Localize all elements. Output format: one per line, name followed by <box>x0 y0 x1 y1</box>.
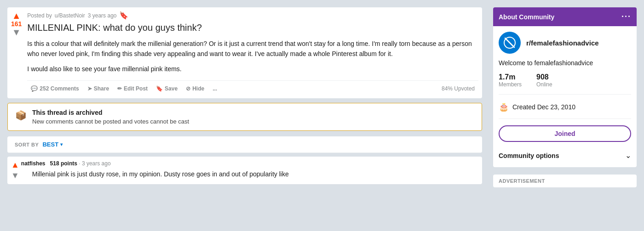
online-value: 908 <box>536 73 552 81</box>
archived-title: This thread is archived <box>32 109 189 116</box>
comment-header: natfishes 518 points · 3 years ago <box>21 160 478 167</box>
comments-button[interactable]: 💬 252 Comments <box>27 83 82 95</box>
post-title: MILLENIAL PINK: what do you guys think? <box>27 23 478 33</box>
posted-by-label: Posted by <box>27 12 52 19</box>
advertisement-label: ADVERTISEMENT <box>493 175 637 187</box>
members-stat: 1.7m Members <box>499 73 522 88</box>
comments-label: 252 Comments <box>40 85 79 92</box>
comments-icon: 💬 <box>31 85 38 92</box>
edit-post-button[interactable]: ✏ Edit Post <box>114 83 151 95</box>
community-description: Welcome to femalefashionadvice <box>499 59 631 67</box>
community-identity: r/femalefashionadvice <box>499 32 631 54</box>
vote-count: 161 <box>11 20 22 28</box>
post-card: ▲ 161 ▼ Posted by u/BastetNoir 3 years a… <box>7 7 482 98</box>
comment-vote-column: ▲ ▼ <box>11 160 19 180</box>
created-row: 🎂 Created Dec 23, 2010 <box>499 102 631 119</box>
more-options-button[interactable]: ··· <box>621 12 631 22</box>
sort-chevron-icon: ▾ <box>60 142 63 147</box>
members-value: 1.7m <box>499 73 522 81</box>
save-button[interactable]: 🔖 Save <box>152 83 181 95</box>
community-options-label: Community options <box>499 152 559 159</box>
comment-row: ▲ ▼ natfishes 518 points · 3 years ago M… <box>11 160 478 180</box>
sidebar: About Community ··· r/femalefashionad <box>493 7 637 187</box>
comment-dot: · <box>79 160 80 167</box>
upvote-button[interactable]: ▲ <box>12 11 21 20</box>
hide-icon: ⊘ <box>186 85 190 92</box>
post-body-para2: I would also like to see your fave mille… <box>27 64 478 74</box>
community-options-row[interactable]: Community options ⌄ <box>499 149 631 162</box>
community-name[interactable]: r/femalefashionadvice <box>526 39 599 47</box>
hide-button[interactable]: ⊘ Hide <box>182 83 208 95</box>
vote-column: ▲ 161 ▼ <box>11 11 22 37</box>
about-community-card: About Community ··· r/femalefashionad <box>493 7 637 167</box>
about-community-title: About Community <box>499 13 554 21</box>
comment-card: ▲ ▼ natfishes 518 points · 3 years ago M… <box>7 157 482 184</box>
online-label: Online <box>536 81 552 88</box>
upvote-percentage: 84% Upvoted <box>438 83 478 95</box>
community-avatar <box>499 32 521 54</box>
community-stats: 1.7m Members 908 Online <box>499 73 631 95</box>
comment-upvote-button[interactable]: ▲ <box>11 160 19 170</box>
post-header: Posted by u/BastetNoir 3 years ago 🔖 <box>27 11 478 20</box>
share-icon: ➤ <box>87 85 92 92</box>
sort-value-button[interactable]: BEST ▾ <box>42 141 63 148</box>
archive-icon: 📦 <box>15 110 27 121</box>
more-label: ... <box>213 85 217 92</box>
edit-post-label: Edit Post <box>124 85 148 92</box>
members-label: Members <box>499 81 522 88</box>
share-button[interactable]: ➤ Share <box>84 83 113 95</box>
sort-bar: SORT BY BEST ▾ <box>7 136 482 153</box>
edit-icon: ✏ <box>117 85 122 92</box>
downvote-button[interactable]: ▼ <box>12 28 21 37</box>
community-avatar-icon <box>501 34 518 51</box>
sort-value-text: BEST <box>42 141 58 148</box>
save-label: Save <box>165 85 178 92</box>
about-community-header: About Community ··· <box>493 7 637 26</box>
hide-label: Hide <box>192 85 204 92</box>
comment-points: 518 points <box>50 160 77 167</box>
comment-time: 3 years ago <box>82 160 111 167</box>
archived-body: New comments cannot be posted and votes … <box>32 118 189 125</box>
comment-downvote-button[interactable]: ▼ <box>11 171 19 180</box>
archived-notice: 📦 This thread is archived New comments c… <box>7 103 482 131</box>
post-body-para1: Is this a colour that will definitely ma… <box>27 39 478 59</box>
comment-author[interactable]: natfishes <box>21 160 46 167</box>
cake-icon: 🎂 <box>499 102 509 112</box>
about-community-body: r/femalefashionadvice Welcome to femalef… <box>493 26 637 167</box>
community-options-chevron-icon: ⌄ <box>625 151 631 160</box>
more-button[interactable]: ... <box>209 83 221 95</box>
post-author[interactable]: u/BastetNoir <box>55 12 85 19</box>
post-time: 3 years ago <box>88 12 117 19</box>
main-content: ▲ 161 ▼ Posted by u/BastetNoir 3 years a… <box>7 7 482 187</box>
sort-by-label: SORT BY <box>15 142 39 147</box>
post-body: Is this a colour that will definitely ma… <box>27 39 478 74</box>
save-icon: 🔖 <box>156 85 163 92</box>
bookmark-icon[interactable]: 🔖 <box>119 11 128 20</box>
post-actions: 💬 252 Comments ➤ Share ✏ Edit Post 🔖 <box>27 80 478 98</box>
created-date: Created Dec 23, 2010 <box>512 103 575 111</box>
comment-body: Millenial pink is just dusty rose, in my… <box>32 169 478 179</box>
joined-button[interactable]: Joined <box>499 125 631 142</box>
share-label: Share <box>94 85 109 92</box>
online-stat: 908 Online <box>536 73 552 88</box>
